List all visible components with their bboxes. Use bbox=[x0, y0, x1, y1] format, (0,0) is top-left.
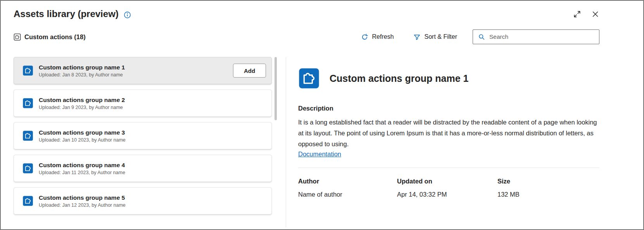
author-label: Author bbox=[298, 178, 397, 185]
updated-on-value: Apr 14, 03:32 PM bbox=[397, 191, 497, 198]
puzzle-tile-icon bbox=[22, 195, 33, 206]
search-icon bbox=[478, 33, 485, 40]
toolbar: Custom actions (18) Refresh Sort & Filte… bbox=[14, 29, 599, 44]
list-item[interactable]: Custom actions group name 5 Uploaded: Ja… bbox=[14, 187, 272, 214]
puzzle-tile-icon bbox=[298, 67, 320, 89]
sort-filter-button[interactable]: Sort & Filter bbox=[410, 31, 460, 43]
close-icon[interactable] bbox=[591, 10, 599, 18]
list-item[interactable]: Custom actions group name 2 Uploaded: Ja… bbox=[14, 90, 272, 117]
puzzle-outline-icon bbox=[14, 33, 21, 41]
list-item-title: Custom actions group name 3 bbox=[39, 129, 126, 136]
assets-library-dialog: Assets library (preview) Custom actions … bbox=[0, 0, 644, 230]
list-item-subtitle: Uploaded: Jan 11 2023, by Author name bbox=[39, 170, 125, 175]
page-title: Assets library (preview) bbox=[14, 9, 119, 19]
detail-pane: Custom actions group name 1 Description … bbox=[286, 57, 599, 227]
author-value: Name of author bbox=[298, 191, 397, 198]
updated-on-label: Updated on bbox=[397, 178, 497, 185]
expand-icon[interactable] bbox=[573, 10, 581, 18]
puzzle-tile-icon bbox=[22, 163, 33, 174]
search-input[interactable] bbox=[489, 33, 595, 41]
detail-title: Custom actions group name 1 bbox=[330, 73, 468, 84]
section-header: Custom actions (18) bbox=[14, 33, 86, 41]
puzzle-tile-icon bbox=[22, 65, 33, 76]
list-item-subtitle: Uploaded: Jan 9 2023, by Author name bbox=[39, 105, 125, 110]
section-label: Custom actions (18) bbox=[24, 33, 86, 41]
info-icon[interactable] bbox=[123, 11, 131, 19]
list-scrollbar bbox=[275, 57, 277, 227]
refresh-label: Refresh bbox=[372, 33, 394, 40]
puzzle-tile-icon bbox=[22, 130, 33, 141]
list-item-title: Custom actions group name 2 bbox=[39, 97, 125, 104]
metadata-row: Author Name of author Updated on Apr 14,… bbox=[298, 178, 599, 198]
puzzle-tile-icon bbox=[22, 98, 33, 109]
list-item-subtitle: Uploaded: Jan 12 2023, by Author name bbox=[39, 202, 126, 208]
sort-filter-label: Sort & Filter bbox=[425, 33, 457, 40]
horizontal-divider bbox=[298, 168, 599, 168]
scrollbar-thumb[interactable] bbox=[275, 57, 277, 120]
size-value: 132 MB bbox=[497, 191, 599, 198]
custom-actions-list: Custom actions group name 1 Uploaded: Ja… bbox=[14, 57, 272, 227]
documentation-link[interactable]: Documentation bbox=[298, 150, 341, 158]
size-label: Size bbox=[497, 178, 599, 185]
description-text: It is a long established fact that a rea… bbox=[298, 117, 599, 149]
dialog-header: Assets library (preview) bbox=[14, 1, 599, 19]
search-box bbox=[473, 29, 599, 44]
list-item-title: Custom actions group name 4 bbox=[39, 162, 125, 169]
list-item[interactable]: Custom actions group name 1 Uploaded: Ja… bbox=[14, 57, 272, 84]
refresh-icon bbox=[361, 33, 368, 41]
add-button[interactable]: Add bbox=[233, 64, 266, 78]
list-item[interactable]: Custom actions group name 4 Uploaded: Ja… bbox=[14, 155, 272, 182]
list-item[interactable]: Custom actions group name 3 Uploaded: Ja… bbox=[14, 122, 272, 149]
list-item-subtitle: Uploaded: Jan 8 2023, by Author name bbox=[39, 72, 125, 78]
refresh-button[interactable]: Refresh bbox=[358, 31, 397, 43]
list-item-title: Custom actions group name 5 bbox=[39, 194, 126, 201]
list-item-subtitle: Uploaded: Jan 10 2023, by Author name bbox=[39, 137, 126, 143]
list-item-title: Custom actions group name 1 bbox=[39, 64, 125, 71]
content-area: Custom actions group name 1 Uploaded: Ja… bbox=[14, 57, 599, 227]
filter-icon bbox=[413, 33, 421, 41]
description-heading: Description bbox=[298, 105, 599, 112]
